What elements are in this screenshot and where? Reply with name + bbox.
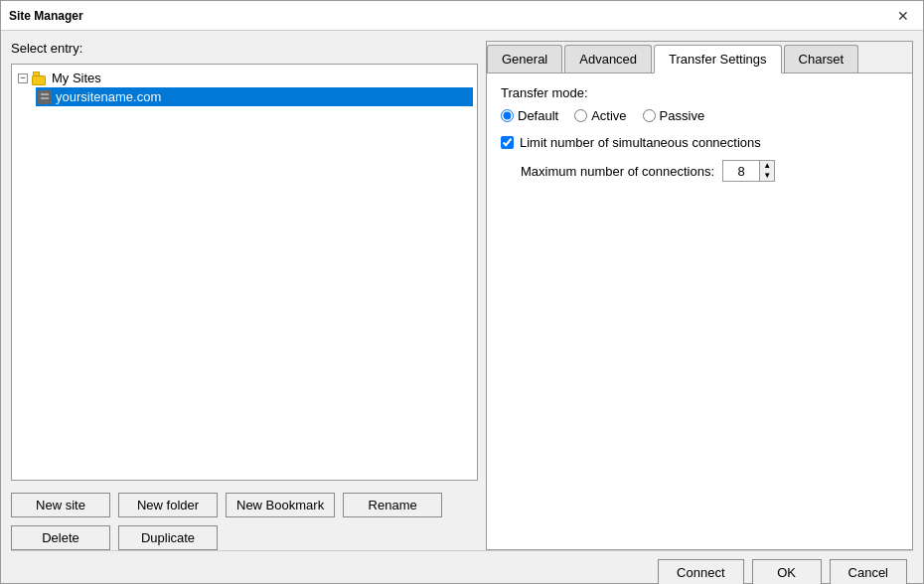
tab-content-transfer-settings: Transfer mode: Default Active Passive [487,73,912,549]
connect-button[interactable]: Connect [658,559,743,584]
max-connections-row: Maximum number of connections: ▲ ▼ [521,160,898,182]
title-bar: Site Manager ✕ [1,1,923,31]
radio-group-transfer-mode: Default Active Passive [501,108,898,123]
spinner-up-button[interactable]: ▲ [760,161,774,171]
duplicate-button[interactable]: Duplicate [118,525,218,550]
max-conn-spinner: ▲ ▼ [722,160,775,182]
limit-connections-row: Limit number of simultaneous connections [501,135,898,150]
site-manager-window: Site Manager ✕ Select entry: − My Sites [0,0,924,584]
tree-item-my-sites[interactable]: − My Sites [16,69,473,87]
radio-passive-input[interactable] [643,109,656,122]
limit-connections-checkbox[interactable] [501,136,514,149]
rename-button[interactable]: Rename [343,493,442,517]
tab-charset[interactable]: Charset [784,45,859,73]
new-site-button[interactable]: New site [11,493,110,517]
limit-connections-label: Limit number of simultaneous connections [520,135,761,150]
spinner-down-button[interactable]: ▼ [760,171,774,181]
site-name-label: yoursitename.com [56,89,161,104]
tree-children: yoursitename.com [36,87,473,106]
transfer-mode-label: Transfer mode: [501,85,898,100]
left-panel: Select entry: − My Sites yoursitenam [11,41,478,550]
max-conn-input[interactable] [722,160,760,182]
radio-passive[interactable]: Passive [643,108,705,123]
tabs: General Advanced Transfer Settings Chars… [487,42,912,73]
radio-default-input[interactable] [501,109,514,122]
tree-item-yoursitename[interactable]: yoursitename.com [36,87,473,106]
bottom-buttons: New site New folder New Bookmark Rename … [11,493,478,550]
right-panel: General Advanced Transfer Settings Chars… [486,41,913,550]
main-content: Select entry: − My Sites yoursitenam [11,41,913,550]
spinner-buttons: ▲ ▼ [760,160,775,182]
delete-button[interactable]: Delete [11,525,110,550]
radio-default[interactable]: Default [501,108,558,123]
expand-icon[interactable]: − [18,73,28,83]
tab-advanced[interactable]: Advanced [564,45,652,73]
radio-active-input[interactable] [574,109,587,122]
radio-default-label: Default [518,108,558,123]
window-title: Site Manager [9,9,83,23]
tab-general[interactable]: General [487,45,562,73]
footer: Connect OK Cancel [11,550,913,584]
cancel-button[interactable]: Cancel [830,559,907,584]
folder-icon [32,72,48,85]
radio-active[interactable]: Active [574,108,626,123]
select-entry-label: Select entry: [11,41,478,56]
ok-button[interactable]: OK [752,559,822,584]
window-body: Select entry: − My Sites yoursitenam [1,31,923,584]
max-conn-label: Maximum number of connections: [521,164,714,179]
close-button[interactable]: ✕ [891,7,915,25]
tree-view[interactable]: − My Sites yoursitename.com [11,64,478,481]
radio-active-label: Active [591,108,626,123]
site-icon [38,90,52,104]
tab-transfer-settings[interactable]: Transfer Settings [654,45,782,73]
radio-passive-label: Passive [660,108,705,123]
new-bookmark-button[interactable]: New Bookmark [226,493,335,517]
new-folder-button[interactable]: New folder [118,493,218,517]
my-sites-label: My Sites [52,71,101,85]
